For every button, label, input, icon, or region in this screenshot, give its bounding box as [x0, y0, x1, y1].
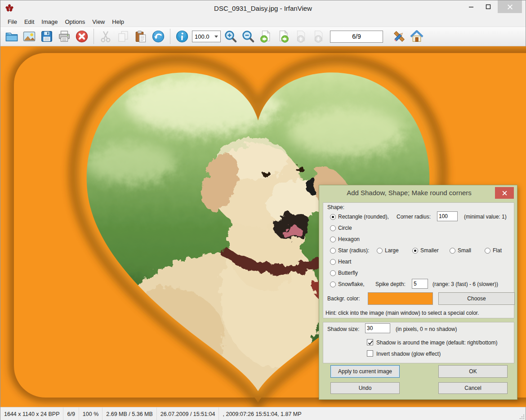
corner-radius-input[interactable] [437, 211, 458, 221]
page-indicator-value: 6/9 [352, 33, 361, 40]
status-dimensions: 1644 x 1140 x 24 BPP [0, 407, 63, 420]
shadow-size-input[interactable] [365, 323, 390, 333]
apply-button-label: Apply to current image [338, 368, 392, 375]
zoom-out-icon[interactable] [241, 29, 256, 44]
undo-icon[interactable] [151, 29, 166, 44]
undo-button-label: Undo [359, 385, 372, 391]
toolbar: 100.0 6/9 [0, 27, 526, 46]
hexagon-label: Hexagon [338, 236, 360, 242]
radio-star[interactable] [330, 248, 336, 254]
cancel-button[interactable]: Cancel [438, 382, 508, 394]
maximize-button[interactable] [481, 0, 496, 13]
radio-star-smaller[interactable] [412, 248, 418, 254]
first-image-icon[interactable] [293, 29, 308, 44]
zoom-combobox[interactable]: 100.0 [192, 31, 221, 42]
corner-radius-hint: (minimal value: 1) [464, 214, 507, 220]
menu-file[interactable]: File [4, 18, 21, 26]
bg-color-label: Backgr. color: [327, 295, 360, 302]
previous-image-icon[interactable] [258, 29, 273, 44]
check-icon [367, 340, 374, 346]
dialog-title: Add Shadow, Shape; Make round corners [319, 185, 517, 201]
save-icon[interactable] [39, 29, 54, 44]
color-hint-text: Hint: click into the image (main window)… [325, 310, 479, 316]
invert-shadow-label: Invert shadow (glow effect) [376, 351, 441, 357]
close-icon [507, 4, 513, 10]
choose-color-button[interactable]: Choose [438, 292, 515, 305]
status-exif: , 2009:07:26 15:51:04, 1.87 MP [219, 407, 305, 420]
radio-hexagon[interactable] [330, 237, 336, 242]
print-icon[interactable] [57, 29, 72, 44]
snowflake-label: Snowflake, [338, 281, 365, 287]
radio-circle[interactable] [330, 225, 336, 231]
zoom-in-icon[interactable] [223, 29, 238, 44]
toolbar-separator [170, 29, 170, 44]
shape-group-label: Shape: [327, 204, 344, 210]
add-shadow-shape-dialog: Add Shadow, Shape; Make round corners Sh… [319, 185, 517, 400]
checkbox-shadow-around[interactable] [367, 339, 373, 345]
minimize-button[interactable] [464, 0, 479, 13]
menu-view[interactable]: View [89, 18, 108, 26]
close-button[interactable] [498, 0, 522, 13]
heart-label: Heart [338, 259, 351, 265]
rectangle-label: Rectangle (rounded), [338, 214, 389, 220]
delete-icon[interactable] [74, 29, 89, 44]
shadow-size-hint: (in pixels, 0 = no shadow) [396, 326, 457, 332]
star-flat-label: Flat [493, 247, 502, 254]
spike-depth-input[interactable] [412, 279, 428, 289]
ok-button[interactable]: OK [438, 365, 508, 378]
radio-rectangle-rounded[interactable] [330, 214, 336, 220]
irfanview-window: DSC_0931_Daisy.jpg - IrfanView File Edit… [0, 0, 526, 420]
ok-button-label: OK [469, 368, 477, 375]
shadow-around-label: Shadow is around the image (default: rig… [376, 340, 497, 346]
menu-image[interactable]: Image [38, 18, 61, 26]
home-icon[interactable] [409, 29, 424, 44]
paint-tools-icon[interactable] [392, 29, 407, 44]
copy-icon[interactable] [116, 29, 131, 44]
status-filedate: 26.07.2009 / 15:51:04 [157, 407, 219, 420]
star-large-label: Large [385, 247, 399, 254]
cancel-button-label: Cancel [464, 385, 481, 391]
chevron-down-icon [214, 36, 218, 38]
open-folder-icon[interactable] [4, 29, 19, 44]
window-title: DSC_0931_Daisy.jpg - IrfanView [0, 0, 526, 17]
radio-star-large[interactable] [377, 248, 383, 254]
zoom-value: 100.0 [192, 33, 214, 40]
dialog-close-button[interactable] [495, 187, 514, 199]
radio-butterfly[interactable] [330, 270, 336, 276]
next-image-icon[interactable] [276, 29, 291, 44]
resize-grip[interactable] [519, 414, 525, 420]
menu-help[interactable]: Help [108, 18, 128, 26]
bg-color-swatch[interactable] [368, 292, 433, 305]
spike-depth-hint: (range: 3 (fast) - 6 (slower)) [432, 281, 498, 287]
star-small-label: Small [458, 247, 471, 254]
radio-star-small[interactable] [450, 248, 455, 254]
maximize-icon [486, 4, 491, 9]
star-smaller-label: Smaller [420, 247, 439, 254]
undo-button[interactable]: Undo [330, 382, 400, 394]
checkbox-invert-shadow[interactable] [367, 350, 373, 357]
thumbnails-icon[interactable] [22, 29, 37, 44]
toolbar-separator [94, 29, 94, 44]
last-image-icon[interactable] [311, 29, 326, 44]
star-label: Star (radius): [338, 247, 369, 254]
status-zoom: 100 % [79, 407, 103, 420]
radio-snowflake[interactable] [330, 281, 336, 287]
radio-star-flat[interactable] [485, 248, 490, 254]
shadow-size-label: Shadow size: [327, 326, 359, 332]
corner-radius-label: Corner radius: [397, 214, 431, 220]
paste-icon[interactable] [133, 29, 148, 44]
menu-options[interactable]: Options [62, 18, 89, 26]
spike-depth-label: Spike depth: [375, 281, 406, 287]
choose-button-label: Choose [467, 295, 486, 302]
close-icon [502, 190, 508, 196]
title-bar: DSC_0931_Daisy.jpg - IrfanView [0, 0, 526, 17]
status-bar: 1644 x 1140 x 24 BPP 6/9 100 % 2.69 MB /… [0, 407, 526, 420]
circle-label: Circle [338, 225, 352, 231]
cut-icon[interactable] [98, 29, 113, 44]
info-icon[interactable] [174, 29, 190, 44]
apply-button[interactable]: Apply to current image [330, 365, 400, 378]
radio-heart[interactable] [330, 259, 336, 265]
menu-edit[interactable]: Edit [21, 18, 38, 26]
menu-bar: File Edit Image Options View Help [0, 17, 526, 27]
page-indicator[interactable]: 6/9 [330, 31, 383, 43]
